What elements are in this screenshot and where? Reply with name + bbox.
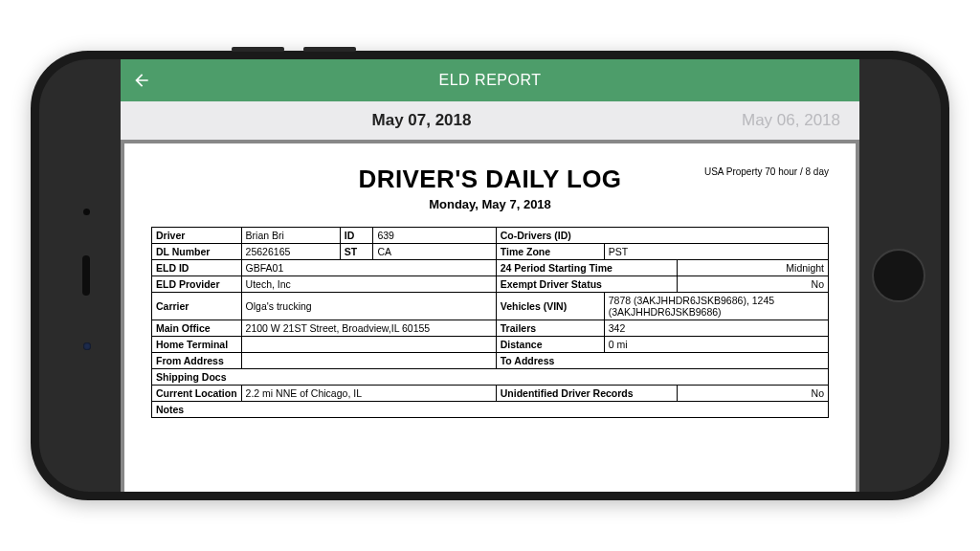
back-button[interactable]: [121, 59, 163, 101]
label-hometerminal: Home Terminal: [152, 337, 242, 353]
table-row: ELD Provider Utech, Inc Exempt Driver St…: [152, 276, 829, 293]
label-mainoffice: Main Office: [152, 320, 242, 337]
proximity-sensor: [83, 209, 90, 215]
table-row: ELD ID GBFA01 24 Period Starting Time Mi…: [152, 260, 829, 276]
val-hometerminal: [241, 337, 496, 353]
table-row: Shipping Docs: [152, 369, 829, 386]
val-timezone: PST: [604, 244, 828, 260]
report-table: Driver Brian Bri ID 639 Co-Drivers (ID) …: [151, 227, 829, 418]
report-date: Monday, May 7, 2018: [151, 197, 829, 211]
arrow-left-icon: [132, 71, 151, 90]
val-st: CA: [373, 244, 496, 260]
phone-body: ELD REPORT May 07, 2018 May 06, 2018 USA…: [39, 59, 941, 492]
label-distance: Distance: [496, 337, 604, 353]
label-carrier: Carrier: [152, 293, 242, 320]
speaker-grill: [82, 255, 90, 296]
val-trailers: 342: [604, 320, 828, 337]
label-timezone: Time Zone: [496, 244, 604, 260]
val-eldid: GBFA01: [241, 260, 496, 276]
phone-side-button: [232, 47, 284, 52]
date-tabs: May 07, 2018 May 06, 2018: [121, 101, 859, 143]
app-header: ELD REPORT: [121, 59, 859, 101]
table-row: Driver Brian Bri ID 639 Co-Drivers (ID): [152, 228, 829, 244]
label-driver: Driver: [152, 228, 242, 244]
app-screen: ELD REPORT May 07, 2018 May 06, 2018 USA…: [121, 59, 859, 492]
label-fromaddress: From Address: [152, 353, 242, 369]
table-row: Main Office 2100 W 21ST Street, Broadvie…: [152, 320, 829, 337]
table-row: From Address To Address: [152, 353, 829, 369]
phone-frame: ELD REPORT May 07, 2018 May 06, 2018 USA…: [31, 51, 949, 500]
tab-date-active[interactable]: May 07, 2018: [353, 111, 491, 130]
val-driver: Brian Bri: [241, 228, 340, 244]
report-container[interactable]: USA Property 70 hour / 8 day DRIVER'S DA…: [121, 143, 859, 492]
val-distance: 0 mi: [604, 337, 828, 353]
val-periodstart: Midnight: [678, 260, 829, 276]
phone-side-button: [303, 47, 356, 52]
label-st: ST: [340, 244, 373, 260]
val-dlnumber: 25626165: [241, 244, 340, 260]
table-row: Notes: [152, 402, 829, 418]
val-currentloc: 2.2 mi NNE of Chicago, IL: [241, 386, 496, 402]
label-id: ID: [340, 228, 373, 244]
home-button[interactable]: [872, 249, 925, 302]
table-row: DL Number 25626165 ST CA Time Zone PST: [152, 244, 829, 260]
val-id: 639: [373, 228, 496, 244]
val-eldprovider: Utech, Inc: [241, 276, 496, 293]
label-unidentified: Unidentified Driver Records: [496, 386, 677, 402]
val-carrier: Olga's trucking: [241, 293, 496, 320]
val-mainoffice: 2100 W 21ST Street, Broadview,IL 60155: [241, 320, 496, 337]
label-currentloc: Current Location: [152, 386, 242, 402]
table-row: Home Terminal Distance 0 mi: [152, 337, 829, 353]
val-fromaddress: [241, 353, 496, 369]
label-dlnumber: DL Number: [152, 244, 242, 260]
label-eldid: ELD ID: [152, 260, 242, 276]
label-trailers: Trailers: [496, 320, 604, 337]
val-unidentified: No: [678, 386, 829, 402]
label-vehicles: Vehicles (VIN): [496, 293, 604, 320]
table-row: Carrier Olga's trucking Vehicles (VIN) 7…: [152, 293, 829, 320]
tab-date-next[interactable]: May 06, 2018: [723, 111, 859, 130]
label-periodstart: 24 Period Starting Time: [496, 260, 677, 276]
table-row: Current Location 2.2 mi NNE of Chicago, …: [152, 386, 829, 402]
label-notes: Notes: [152, 402, 829, 418]
val-vehicles: 7878 (3AKJHHDR6JSKB9686), 1245 (3AKJHHDR…: [604, 293, 828, 320]
label-eldprovider: ELD Provider: [152, 276, 242, 293]
front-camera: [83, 342, 91, 350]
label-shippingdocs: Shipping Docs: [152, 369, 829, 386]
label-codrivers: Co-Drivers (ID): [496, 228, 828, 244]
report-page: USA Property 70 hour / 8 day DRIVER'S DA…: [124, 143, 856, 418]
label-toaddress: To Address: [496, 353, 828, 369]
val-exempt: No: [678, 276, 829, 293]
header-title: ELD REPORT: [121, 72, 859, 89]
label-exempt: Exempt Driver Status: [496, 276, 677, 293]
ruleset-label: USA Property 70 hour / 8 day: [704, 166, 829, 177]
